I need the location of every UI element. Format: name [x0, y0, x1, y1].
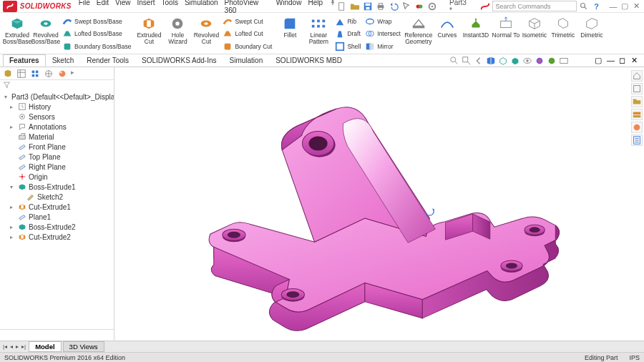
dimetric-button[interactable]: Dimetric [577, 14, 606, 54]
tree-item[interactable]: ▾ Boss-Extrude1 [0, 182, 114, 192]
taskpane-appearance-icon[interactable] [631, 122, 643, 133]
hole-wizard-button[interactable]: Hole Wizard [163, 14, 192, 54]
pushpin-icon[interactable] [329, 0, 336, 14]
zoom-fit-icon[interactable] [449, 56, 459, 66]
help-icon[interactable]: ? [591, 1, 602, 11]
feature-tree[interactable]: ▾ Part3 (Default<<Default>_Displa ▸ Hist… [0, 90, 114, 329]
minimize-icon[interactable]: — [608, 1, 618, 11]
swept-boss-button[interactable]: Swept Boss/Base [62, 16, 131, 27]
taskpane-home-icon[interactable] [631, 70, 643, 82]
hide-show-icon[interactable] [522, 56, 532, 66]
menu-help[interactable]: Help [308, 0, 323, 14]
lofted-cut-button[interactable]: Lofted Cut [223, 28, 272, 39]
fm-filter-icon[interactable] [3, 81, 11, 90]
print-icon[interactable] [375, 1, 386, 11]
tab-model[interactable]: Model [29, 341, 61, 352]
tree-item[interactable]: ▸ Boss-Extrude2 [0, 222, 114, 232]
save-icon[interactable] [362, 1, 373, 11]
menu-photoview[interactable]: PhotoView 360 [225, 0, 270, 14]
tab-nav-first-icon[interactable]: |◂ [3, 343, 7, 350]
tree-root[interactable]: ▾ Part3 (Default<<Default>_Displa [0, 92, 114, 102]
fillet-button[interactable]: Fillet [275, 14, 304, 54]
taskpane-properties-icon[interactable] [631, 134, 643, 146]
revolved-boss-button[interactable]: Revolved Boss/Base [31, 14, 60, 54]
edit-appearance-icon[interactable] [535, 56, 545, 66]
fm-tree-tab-icon[interactable] [3, 69, 13, 79]
intersect-button[interactable]: Intersect [365, 28, 401, 39]
tab-mbd[interactable]: SOLIDWORKS MBD [269, 54, 348, 67]
fm-dimxpert-tab-icon[interactable] [44, 69, 54, 79]
doc-min-icon[interactable]: — [607, 56, 617, 66]
tree-item[interactable]: Sketch2 [0, 192, 114, 202]
tab-nav-next-icon[interactable]: ▸ [16, 343, 19, 350]
rib-button[interactable]: Rib [335, 16, 361, 27]
isometric-button[interactable]: Isometric [520, 14, 549, 54]
menu-simulation[interactable]: Simulation [185, 0, 218, 14]
options-icon[interactable] [426, 1, 437, 11]
open-icon[interactable] [349, 1, 360, 11]
menu-tools[interactable]: Tools [162, 0, 178, 14]
tree-item[interactable]: Material [0, 132, 114, 142]
fm-property-tab-icon[interactable] [16, 69, 26, 79]
new-icon[interactable] [336, 1, 347, 11]
taskpane-explorer-icon[interactable] [631, 96, 643, 107]
doc-close-icon[interactable]: ✕ [631, 56, 641, 66]
maximize-icon[interactable]: ▢ [620, 1, 630, 11]
menu-insert[interactable]: Insert [137, 0, 155, 14]
section-view-icon[interactable] [486, 56, 496, 66]
tab-sketch[interactable]: Sketch [46, 54, 81, 67]
previous-view-icon[interactable] [474, 56, 484, 66]
zoom-area-icon[interactable] [462, 56, 472, 66]
tab-3d-views[interactable]: 3D Views [63, 341, 104, 352]
wrap-button[interactable]: Wrap [365, 16, 401, 27]
tree-item[interactable]: ▸ Annotations [0, 122, 114, 132]
select-icon[interactable] [401, 1, 411, 11]
tree-item[interactable]: Plane1 [0, 212, 114, 222]
mirror-button[interactable]: Mirror [365, 41, 401, 52]
tree-item[interactable]: ▸ Cut-Extrude2 [0, 232, 114, 242]
curves-button[interactable]: Curves [433, 14, 462, 54]
tree-item[interactable]: Right Plane [0, 162, 114, 172]
taskpane-view-icon[interactable] [631, 109, 643, 120]
status-units[interactable]: IPS [629, 354, 640, 361]
tab-render-tools[interactable]: Render Tools [80, 54, 135, 67]
instant3d-button[interactable]: Instant3D [462, 14, 490, 54]
tab-simulation[interactable]: Simulation [223, 54, 270, 67]
display-style-icon[interactable] [510, 56, 520, 66]
tree-item[interactable]: Sensors [0, 112, 114, 122]
tab-nav-last-icon[interactable]: ▸| [21, 343, 26, 350]
shell-button[interactable]: Shell [335, 41, 361, 52]
linear-pattern-button[interactable]: Linear Pattern [304, 14, 333, 54]
tree-item[interactable]: Front Plane [0, 142, 114, 152]
tree-item[interactable]: Top Plane [0, 152, 114, 162]
extruded-boss-button[interactable]: Extruded Boss/Base [3, 14, 31, 54]
tree-item[interactable]: ▸ History [0, 102, 114, 112]
boundary-cut-button[interactable]: Boundary Cut [223, 41, 272, 52]
close-icon[interactable]: ✕ [631, 1, 641, 11]
swept-cut-button[interactable]: Swept Cut [223, 16, 272, 27]
apply-scene-icon[interactable] [547, 56, 557, 66]
tree-item[interactable]: Origin [0, 172, 114, 182]
normal-to-button[interactable]: Normal To [492, 14, 520, 54]
graphics-viewport[interactable] [114, 67, 644, 341]
undo-icon[interactable] [388, 1, 399, 11]
tab-addins[interactable]: SOLIDWORKS Add-Ins [135, 54, 223, 67]
draft-button[interactable]: Draft [335, 28, 361, 39]
doc-restore-icon[interactable]: ▢ [595, 56, 605, 66]
menu-file[interactable]: File [79, 0, 90, 14]
reference-geometry-button[interactable]: Reference Geometry [404, 14, 433, 54]
search-commands-input[interactable]: Search Commands [492, 1, 576, 11]
fm-render-tab-icon[interactable] [57, 69, 67, 79]
menu-view[interactable]: View [115, 0, 131, 14]
fm-scrollbar[interactable] [0, 329, 114, 341]
extruded-cut-button[interactable]: Extruded Cut [135, 14, 163, 54]
tree-item[interactable]: ▸ Cut-Extrude1 [0, 202, 114, 212]
view-settings-icon[interactable] [559, 56, 569, 66]
taskpane-library-icon[interactable] [631, 83, 643, 94]
trimetric-button[interactable]: Trimetric [549, 14, 577, 54]
menu-edit[interactable]: Edit [97, 0, 109, 14]
boundary-boss-button[interactable]: Boundary Boss/Base [62, 41, 131, 52]
tab-features[interactable]: Features [3, 54, 46, 67]
doc-max-icon[interactable]: ◻ [619, 56, 629, 66]
revolved-cut-button[interactable]: Revolved Cut [192, 14, 220, 54]
